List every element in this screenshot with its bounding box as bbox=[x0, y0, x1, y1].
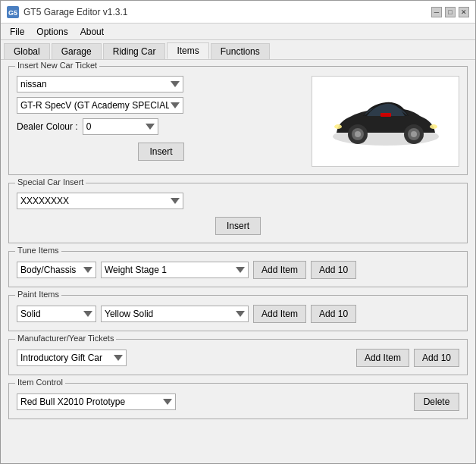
title-controls: ─ □ ✕ bbox=[431, 7, 469, 17]
insert-car-ticket-label: Insert New Car Ticket bbox=[15, 61, 99, 70]
insert-car-ticket-controls: nissan GT-R SpecV (GT Academy SPECIAL) D… bbox=[17, 76, 305, 167]
car-image bbox=[321, 87, 450, 155]
tab-functions[interactable]: Functions bbox=[211, 43, 270, 59]
tune-add-item-button[interactable]: Add Item bbox=[253, 261, 306, 279]
tune-items-label: Tune Items bbox=[15, 246, 61, 255]
svg-rect-11 bbox=[380, 113, 391, 117]
ticket-select[interactable]: Introductory Gift Car bbox=[17, 350, 127, 366]
manufacturer-year-tickets-row: Introductory Gift Car Add Item Add 10 bbox=[17, 349, 459, 367]
car-image-box bbox=[312, 76, 459, 167]
app-icon: G5 bbox=[7, 6, 19, 18]
tune-category-select[interactable]: Body/Chassis bbox=[17, 262, 96, 278]
svg-point-5 bbox=[355, 131, 361, 137]
tab-global[interactable]: Global bbox=[4, 43, 50, 59]
title-text: GT5 Garage Editor v1.3.1 bbox=[23, 7, 127, 17]
manufacturer-year-tickets-section: Manufacturer/Year Tickets Introductory G… bbox=[8, 339, 468, 375]
model-select[interactable]: GT-R SpecV (GT Academy SPECIAL) bbox=[17, 97, 183, 114]
tab-garage[interactable]: Garage bbox=[52, 43, 102, 59]
dealer-colour-label: Dealer Colour : bbox=[17, 121, 78, 132]
svg-text:G5: G5 bbox=[8, 9, 17, 17]
menu-file[interactable]: File bbox=[4, 25, 30, 39]
dealer-colour-select[interactable]: 0 bbox=[83, 118, 158, 135]
tabs-bar: Global Garage Riding Car Items Functions bbox=[1, 40, 475, 60]
special-car-insert-label: Special Car Insert bbox=[15, 177, 86, 187]
content-area: Insert New Car Ticket nissan GT-R SpecV … bbox=[1, 60, 475, 463]
svg-point-9 bbox=[430, 124, 437, 129]
ticket-add-item-button[interactable]: Add Item bbox=[356, 349, 409, 367]
svg-point-8 bbox=[411, 131, 417, 137]
item-control-section: Item Control Red Bull X2010 Prototype De… bbox=[8, 383, 468, 419]
tab-riding-car[interactable]: Riding Car bbox=[103, 43, 166, 59]
item-control-row: Red Bull X2010 Prototype Delete bbox=[17, 393, 459, 411]
special-car-select[interactable]: XXXXXXXX bbox=[17, 193, 183, 209]
tab-items[interactable]: Items bbox=[167, 42, 208, 59]
paint-item-select[interactable]: Yellow Solid bbox=[101, 306, 249, 322]
paint-items-section: Paint Items Solid Yellow Solid Add Item … bbox=[8, 295, 468, 331]
menu-about[interactable]: About bbox=[74, 25, 110, 39]
tune-item-select[interactable]: Weight Stage 1 bbox=[101, 262, 249, 278]
item-control-select[interactable]: Red Bull X2010 Prototype bbox=[17, 393, 176, 410]
menu-options[interactable]: Options bbox=[30, 25, 74, 39]
tune-add-10-button[interactable]: Add 10 bbox=[311, 261, 356, 279]
insert-car-ticket-section: Insert New Car Ticket nissan GT-R SpecV … bbox=[8, 66, 468, 175]
paint-items-row: Solid Yellow Solid Add Item Add 10 bbox=[17, 305, 459, 323]
tune-items-row: Body/Chassis Weight Stage 1 Add Item Add… bbox=[17, 261, 459, 279]
main-window: G5 GT5 Garage Editor v1.3.1 ─ □ ✕ File O… bbox=[0, 0, 476, 464]
item-control-delete-button[interactable]: Delete bbox=[414, 393, 459, 411]
tune-items-section: Tune Items Body/Chassis Weight Stage 1 A… bbox=[8, 251, 468, 287]
insert-special-car-button[interactable]: Insert bbox=[215, 217, 261, 235]
insert-car-ticket-inner: nissan GT-R SpecV (GT Academy SPECIAL) D… bbox=[17, 76, 459, 167]
item-control-label: Item Control bbox=[15, 378, 65, 387]
close-button[interactable]: ✕ bbox=[459, 7, 469, 17]
manufacturer-year-tickets-label: Manufacturer/Year Tickets bbox=[15, 334, 116, 343]
paint-add-item-button[interactable]: Add Item bbox=[253, 305, 306, 323]
paint-add-10-button[interactable]: Add 10 bbox=[311, 305, 356, 323]
minimize-button[interactable]: ─ bbox=[431, 7, 442, 17]
dealer-row: Dealer Colour : 0 bbox=[17, 118, 305, 135]
ticket-add-10-button[interactable]: Add 10 bbox=[414, 349, 459, 367]
insert-car-button[interactable]: Insert bbox=[138, 143, 183, 161]
special-car-insert-section: Special Car Insert XXXXXXXX Insert bbox=[8, 183, 468, 243]
maximize-button[interactable]: □ bbox=[445, 7, 456, 17]
title-bar: G5 GT5 Garage Editor v1.3.1 ─ □ ✕ bbox=[1, 1, 475, 24]
svg-point-10 bbox=[334, 124, 342, 129]
paint-items-label: Paint Items bbox=[15, 290, 61, 299]
menu-bar: File Options About bbox=[1, 24, 475, 40]
brand-select[interactable]: nissan bbox=[17, 76, 183, 92]
paint-category-select[interactable]: Solid bbox=[17, 306, 96, 322]
